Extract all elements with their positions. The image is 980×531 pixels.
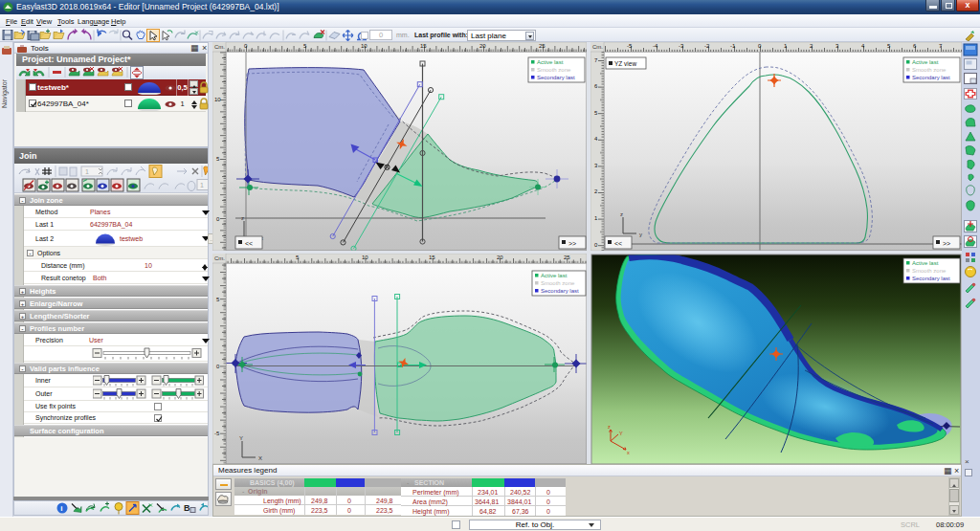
svg-text:y: y	[639, 232, 642, 237]
svg-text:Smooth zone: Smooth zone	[537, 67, 571, 73]
svg-text:Smooth zone: Smooth zone	[912, 268, 947, 274]
svg-text:Active last: Active last	[912, 260, 939, 266]
svg-text:-2: -2	[704, 43, 710, 49]
svg-text:Secondary last: Secondary last	[912, 75, 950, 80]
svg-text:25: 25	[564, 254, 570, 260]
svg-text:i: i	[60, 504, 62, 513]
svg-text:-3: -3	[679, 43, 684, 49]
svg-text:15: 15	[429, 254, 435, 260]
svg-text:z: z	[241, 215, 244, 221]
svg-text:<<: <<	[245, 240, 253, 247]
svg-text:20: 20	[497, 254, 503, 260]
svg-text:<<: <<	[614, 240, 622, 247]
svg-text:>>: >>	[568, 240, 576, 247]
svg-text:Active last: Active last	[912, 59, 939, 65]
svg-text:-1: -1	[730, 43, 736, 49]
svg-text:YZ view: YZ view	[614, 60, 636, 67]
svg-text:B: B	[184, 503, 190, 513]
svg-text:Active last: Active last	[537, 59, 564, 65]
svg-text:Active last: Active last	[541, 273, 568, 278]
svg-text:Y: Y	[239, 435, 243, 441]
svg-text:Cm.: Cm.	[592, 44, 603, 50]
svg-text:10: 10	[362, 254, 368, 260]
svg-text:Secondary last: Secondary last	[912, 276, 950, 281]
svg-text:10: 10	[214, 97, 221, 102]
svg-text:x: x	[627, 450, 630, 455]
svg-text:Smooth zone: Smooth zone	[912, 67, 947, 73]
svg-text:z: z	[620, 211, 623, 217]
svg-text:25: 25	[539, 43, 546, 49]
svg-text:1: 1	[85, 168, 89, 175]
svg-text:20: 20	[479, 43, 486, 49]
svg-text:X: X	[258, 455, 262, 461]
svg-text:1: 1	[200, 182, 204, 188]
svg-text:Cm.: Cm.	[214, 255, 225, 261]
svg-text:Secondary last: Secondary last	[537, 75, 575, 80]
svg-text:15: 15	[420, 43, 427, 49]
svg-text:Smooth zone: Smooth zone	[541, 280, 575, 286]
svg-text:-5: -5	[627, 43, 633, 49]
svg-text:z: z	[608, 424, 611, 430]
svg-text:Cm.: Cm.	[214, 44, 225, 50]
svg-text:Y: Y	[619, 431, 623, 436]
svg-text:>>: >>	[943, 240, 950, 247]
svg-text:-4: -4	[653, 43, 658, 49]
svg-text:Secondary last: Secondary last	[541, 288, 579, 294]
svg-text:-5: -5	[214, 431, 220, 436]
svg-text:10: 10	[361, 43, 368, 49]
